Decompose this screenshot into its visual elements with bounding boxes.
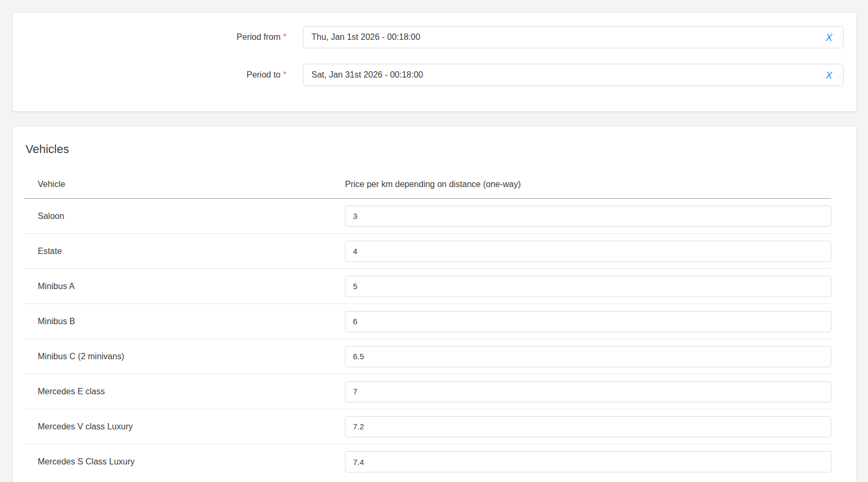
vehicles-table-body: Saloon Estate Minibus A Minibus B Minibu… — [24, 199, 831, 479]
table-row: Mercedes V class Luxury — [24, 409, 831, 444]
vehicles-card: Vehicles Vehicle Price per km depending … — [12, 126, 857, 482]
price-input-minibus-a[interactable] — [345, 276, 831, 297]
period-form: Period from* Thu, Jan 1st 2026 - 00:18:0… — [13, 13, 856, 86]
table-row: Mercedes E class — [24, 374, 831, 409]
period-card: Period from* Thu, Jan 1st 2026 - 00:18:0… — [12, 12, 857, 112]
price-cell — [345, 276, 831, 297]
vehicles-table: Vehicle Price per km depending on distan… — [24, 157, 831, 479]
vehicle-name: Mercedes V class Luxury — [24, 422, 345, 432]
price-cell — [345, 346, 831, 367]
price-cell — [345, 311, 831, 332]
price-cell — [345, 206, 831, 227]
price-cell — [345, 241, 831, 262]
table-row: Saloon — [24, 199, 831, 234]
price-cell — [345, 416, 831, 437]
date-input-period-to[interactable]: Sat, Jan 31st 2026 - 00:18:00 X — [303, 64, 844, 86]
required-asterisk: * — [283, 32, 286, 41]
vehicle-name: Estate — [24, 247, 345, 256]
table-row: Estate — [24, 234, 831, 269]
date-value: Sat, Jan 31st 2026 - 00:18:00 — [304, 70, 823, 80]
field-label: Period to* — [13, 70, 286, 80]
table-row: Minibus B — [24, 304, 831, 339]
field-label-text: Period from — [237, 32, 281, 41]
price-cell — [345, 451, 831, 472]
vehicle-name: Mercedes S Class Luxury — [24, 457, 345, 467]
column-header-vehicle: Vehicle — [24, 180, 345, 189]
price-input-mercedes-e-class[interactable] — [345, 381, 831, 402]
vehicle-name: Saloon — [24, 212, 345, 221]
field-label: Period from* — [13, 32, 286, 42]
table-row: Minibus A — [24, 269, 831, 304]
price-input-saloon[interactable] — [345, 206, 831, 227]
vehicles-table-header: Vehicle Price per km depending on distan… — [24, 157, 831, 199]
column-header-price-per-km: Price per km depending on distance (one-… — [345, 180, 831, 189]
price-input-minibus-c-2-minivans[interactable] — [345, 346, 831, 367]
table-row: Mercedes S Class Luxury — [24, 444, 831, 479]
vehicles-section-title: Vehicles — [26, 141, 856, 157]
table-row: Minibus C (2 minivans) — [24, 339, 831, 374]
price-cell — [345, 381, 831, 402]
required-asterisk: * — [283, 70, 286, 79]
date-field-period-to: Period to* Sat, Jan 31st 2026 - 00:18:00… — [13, 64, 856, 86]
vehicle-name: Minibus C (2 minivans) — [24, 352, 345, 361]
clear-icon[interactable]: X — [823, 69, 835, 81]
date-input-period-from[interactable]: Thu, Jan 1st 2026 - 00:18:00 X — [303, 26, 844, 48]
date-value: Thu, Jan 1st 2026 - 00:18:00 — [304, 32, 823, 42]
price-input-estate[interactable] — [345, 241, 831, 262]
price-input-mercedes-v-class-luxury[interactable] — [345, 416, 831, 437]
date-field-period-from: Period from* Thu, Jan 1st 2026 - 00:18:0… — [13, 26, 856, 48]
price-input-mercedes-s-class-luxury[interactable] — [345, 451, 831, 472]
vehicle-name: Minibus B — [24, 317, 345, 326]
vehicle-name: Minibus A — [24, 282, 345, 291]
clear-icon[interactable]: X — [823, 31, 835, 44]
vehicle-name: Mercedes E class — [24, 387, 345, 396]
field-label-text: Period to — [247, 70, 281, 79]
price-input-minibus-b[interactable] — [345, 311, 831, 332]
